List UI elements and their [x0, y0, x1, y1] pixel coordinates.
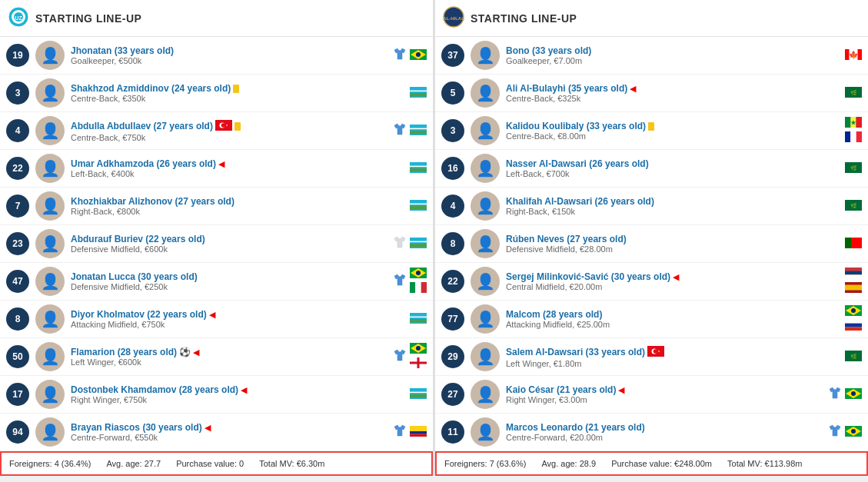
- yellow-card-icon: [233, 85, 239, 93]
- player-info: Abdurauf Buriev (22 years old)Defensive …: [71, 234, 393, 254]
- player-number: 11: [441, 421, 464, 444]
- flag-container: 🌿: [845, 162, 862, 175]
- flag-senegal: [845, 117, 862, 130]
- player-actions: [410, 87, 427, 100]
- player-name[interactable]: Dostonbek Khamdamov (28 years old): [71, 384, 238, 395]
- player-name-line: Rúben Neves (27 years old): [506, 234, 845, 244]
- player-name[interactable]: Flamarion (28 years old): [71, 347, 177, 357]
- player-actions: [393, 47, 427, 64]
- flag-brazil: [410, 343, 427, 356]
- flag-container: [845, 117, 862, 145]
- player-name-line: Khozhiakbar Alizhonov (27 years old): [71, 196, 410, 207]
- player-avatar: 👤: [471, 191, 500, 221]
- player-details: Right Winger, €750k: [71, 395, 410, 404]
- svg-point-37: [416, 346, 421, 351]
- player-actions: [845, 117, 862, 145]
- player-row: 47👤Jonatan Lucca (30 years old)Defensive…: [0, 263, 433, 301]
- player-actions: [393, 122, 427, 139]
- player-name-line: Kalidou Koulibaly (33 years old): [506, 121, 845, 131]
- player-info: Khalifah Al-Dawsari (26 years old)Right-…: [506, 196, 845, 216]
- player-details: Right Winger, €3.00m: [506, 395, 828, 404]
- player-name[interactable]: Kalidou Koulibaly (33 years old): [506, 121, 646, 131]
- player-row: 4👤Abdulla Abdullaev (27 years old)Centre…: [0, 112, 433, 150]
- player-actions: [410, 162, 427, 175]
- player-number: 8: [441, 232, 464, 255]
- player-number: 27: [441, 383, 464, 406]
- player-avatar: 👤: [35, 304, 65, 334]
- flag-spain: [845, 282, 862, 295]
- player-name-line: Kaio César (21 years old)◀: [506, 384, 828, 395]
- player-name[interactable]: Khalifah Al-Dawsari (26 years old): [506, 196, 654, 207]
- svg-rect-25: [410, 243, 427, 247]
- player-number: 50: [6, 345, 29, 368]
- flag-uzbekistan: [410, 165, 427, 175]
- player-details: Centre-Back, €325k: [506, 94, 845, 103]
- player-details: Defensive Midfield, €28.00m: [506, 244, 845, 254]
- player-name[interactable]: Jhonatan (33 years old): [71, 45, 174, 56]
- player-actions: 🍁: [845, 49, 862, 62]
- player-number: 23: [6, 232, 29, 255]
- player-info: Brayan Riascos (30 years old)◀Centre-For…: [71, 422, 393, 442]
- player-name[interactable]: Ali Al-Bulayhi (35 years old): [506, 83, 627, 94]
- player-name-line: Marcos Leonardo (21 years old): [506, 422, 828, 433]
- player-name[interactable]: Rúben Neves (27 years old): [506, 234, 627, 244]
- svg-rect-18: [410, 165, 427, 167]
- yellow-card-icon: [648, 122, 654, 131]
- player-name[interactable]: Bono (33 years old): [506, 45, 591, 56]
- shirt-icon: [393, 47, 407, 64]
- flag-container: [410, 125, 427, 138]
- player-actions: [845, 268, 862, 295]
- player-name[interactable]: Marcos Leonardo (21 years old): [506, 422, 645, 433]
- player-name[interactable]: Jonatan Lucca (30 years old): [71, 271, 198, 282]
- player-number: 22: [441, 270, 464, 293]
- player-name[interactable]: Brayan Riascos (30 years old): [71, 422, 202, 433]
- team-header: AL-HILAL STARTING LINE-UP: [435, 0, 868, 37]
- flag-brazil: [845, 391, 862, 401]
- flag-container: [410, 49, 427, 62]
- player-name[interactable]: Shakhzod Azmiddinov (24 years old): [71, 83, 231, 94]
- player-name[interactable]: Abdulla Abdullaev (27 years old): [71, 120, 213, 131]
- svg-text:AL-HILAL: AL-HILAL: [443, 16, 464, 21]
- player-name[interactable]: Abdurauf Buriev (22 years old): [71, 234, 205, 244]
- shirt-icon: [828, 386, 842, 403]
- svg-rect-66: [845, 238, 851, 248]
- player-avatar: 👤: [35, 267, 65, 296]
- player-row: 19👤Jhonatan (33 years old)Goalkeeper, €5…: [0, 37, 433, 75]
- flag-brazil: [410, 52, 427, 62]
- flag-container: [845, 268, 862, 295]
- player-info: Kaio César (21 years old)◀Right Winger, …: [506, 384, 828, 404]
- flag-container: 🍁: [845, 49, 862, 62]
- player-number: 4: [6, 119, 29, 142]
- player-details: Left-Back, €700k: [506, 169, 845, 178]
- player-name-line: Abdurauf Buriev (22 years old): [71, 234, 393, 244]
- svg-rect-56: [856, 117, 862, 128]
- flag-container: [410, 343, 427, 371]
- player-name[interactable]: Umar Adkhamzoda (26 years old): [71, 158, 216, 169]
- player-name[interactable]: Kaio César (21 years old): [506, 384, 616, 395]
- player-name[interactable]: Diyor Kholmatov (22 years old): [71, 309, 207, 320]
- team-panel-2: AL-HILAL STARTING LINE-UP 37👤Bono (33 ye…: [435, 0, 868, 476]
- player-details: Centre-Forward, €20.00m: [506, 433, 828, 442]
- flag-saudi: 🌿: [845, 165, 862, 175]
- footer-total_mv: Total MV: €113.98m: [727, 459, 802, 468]
- player-details: Defensive Midfield, €250k: [71, 282, 393, 291]
- flag-brazil: [410, 268, 427, 281]
- flag-serbia: [845, 268, 862, 281]
- player-name[interactable]: Khozhiakbar Alizhonov (27 years old): [71, 196, 234, 207]
- turkey-flag-icon: [647, 346, 664, 359]
- player-row: 3👤Shakhzod Azmiddinov (24 years old)Cent…: [0, 75, 433, 112]
- player-actions: [828, 386, 862, 403]
- player-name[interactable]: Nasser Al-Dawsari (26 years old): [506, 158, 649, 169]
- player-name[interactable]: Salem Al-Dawsari (33 years old): [506, 346, 645, 357]
- player-name[interactable]: Malcom (28 years old): [506, 309, 602, 320]
- flag-georgia: [410, 357, 427, 371]
- player-actions: [845, 305, 862, 333]
- player-avatar: 👤: [471, 380, 500, 409]
- player-info: Bono (33 years old)Goalkeeper, €7.00m: [506, 45, 845, 65]
- player-row: 77👤Malcom (28 years old)Attacking Midfie…: [435, 301, 868, 338]
- red-arrow-icon: ◀: [673, 272, 679, 281]
- player-number: 47: [6, 270, 29, 293]
- svg-rect-8: [410, 90, 427, 91]
- player-name[interactable]: Sergej Milinković-Savić (30 years old): [506, 271, 670, 282]
- player-actions: [393, 343, 427, 371]
